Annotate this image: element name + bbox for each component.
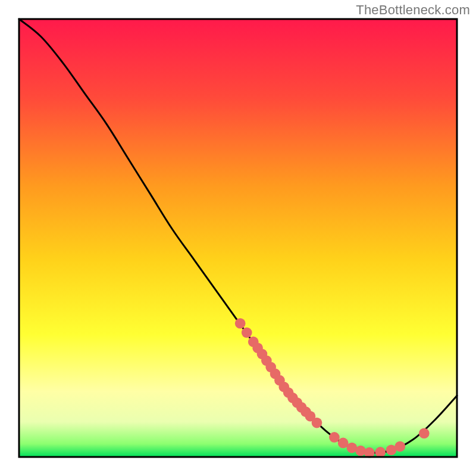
plot-area [19, 19, 457, 458]
plot-background [19, 19, 457, 457]
highlight-dot [235, 318, 246, 329]
highlight-dot [375, 447, 386, 458]
highlight-dot [329, 432, 340, 443]
highlight-dot [394, 441, 405, 452]
chart-container: TheBottleneck.com [0, 0, 476, 476]
highlight-dot [355, 446, 366, 456]
highlight-dot [312, 418, 322, 428]
highlight-dot [242, 327, 252, 338]
attribution-text: TheBottleneck.com [356, 2, 470, 18]
highlight-dot [419, 428, 430, 439]
bottleneck-chart [0, 0, 476, 476]
